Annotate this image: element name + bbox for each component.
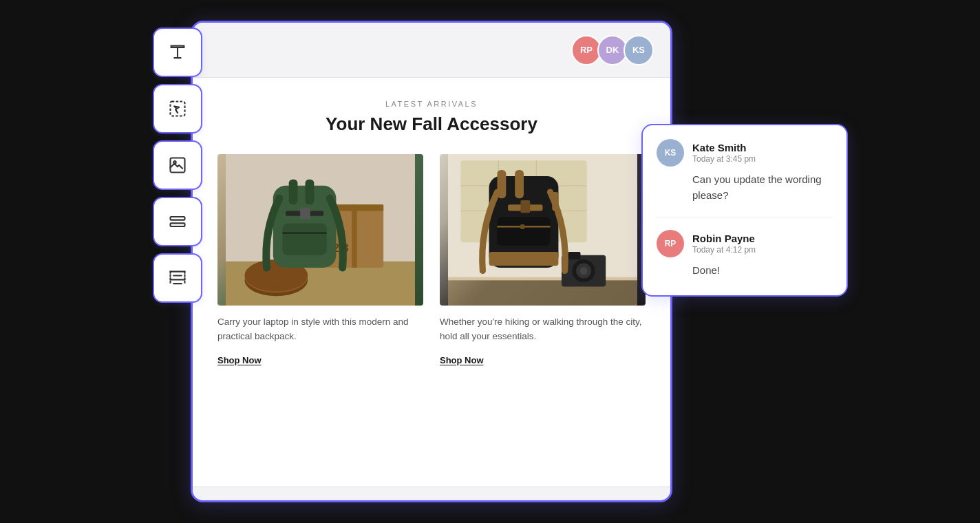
- comment-time-1: Today at 3:45 pm: [692, 154, 756, 164]
- svg-rect-4: [171, 223, 185, 226]
- svg-point-47: [520, 224, 525, 229]
- comment-name-1: Kate Smith: [692, 142, 756, 153]
- canvas-content: LATEST ARRIVALS Your New Fall Accessory: [193, 78, 670, 385]
- layout-icon: [168, 212, 187, 231]
- comment-panel: KS Kate Smith Today at 3:45 pm Can you u…: [641, 124, 848, 297]
- comment-header-1: KS Kate Smith Today at 3:45 pm: [657, 139, 833, 167]
- comment-text-1: Can you update the wording please?: [657, 172, 833, 203]
- product-image-2: [440, 154, 646, 306]
- svg-rect-21: [289, 180, 298, 205]
- comment-header-2: RP Robin Payne Today at 4:12 pm: [657, 230, 833, 257]
- tag-label: LATEST ARRIVALS: [217, 100, 646, 108]
- svg-rect-45: [498, 217, 551, 246]
- product-card-1: 2/3: [217, 154, 423, 366]
- svg-rect-24: [300, 208, 310, 220]
- comment-text-2: Done!: [657, 263, 833, 279]
- comment-name-2: Robin Payne: [692, 233, 756, 244]
- products-grid: 2/3: [217, 154, 646, 366]
- canvas-header: RP DK KS: [193, 23, 670, 78]
- comment-item-1: KS Kate Smith Today at 3:45 pm Can you u…: [657, 139, 833, 203]
- product-desc-1: Carry your laptop in style with this mod…: [217, 315, 423, 344]
- svg-rect-44: [520, 200, 530, 213]
- comment-meta-1: Kate Smith Today at 3:45 pm: [692, 142, 756, 164]
- image-icon: [168, 156, 187, 175]
- text-icon: [168, 43, 187, 62]
- comment-divider: [657, 217, 833, 217]
- svg-rect-3: [171, 217, 185, 220]
- image-tool-button[interactable]: [153, 140, 202, 190]
- svg-rect-25: [283, 224, 327, 255]
- svg-rect-42: [489, 252, 559, 266]
- comment-avatar-rp: RP: [657, 230, 684, 257]
- product-desc-2: Whether you're hiking or walking through…: [440, 315, 646, 344]
- email-canvas: RP DK KS LATEST ARRIVALS Your New Fall A…: [191, 21, 672, 502]
- align-icon: [168, 268, 187, 288]
- product-card-2: Whether you're hiking or walking through…: [440, 154, 646, 366]
- shop-now-button-1[interactable]: Shop Now: [217, 355, 262, 365]
- main-title: Your New Fall Accessory: [217, 114, 646, 135]
- svg-rect-0: [171, 102, 185, 116]
- svg-rect-41: [515, 170, 524, 198]
- svg-rect-33: [448, 277, 637, 306]
- select-icon: [168, 99, 187, 118]
- layout-tool-button[interactable]: [153, 197, 202, 246]
- comment-time-2: Today at 4:12 pm: [692, 245, 756, 255]
- select-tool-button[interactable]: [153, 84, 202, 134]
- svg-rect-22: [306, 180, 315, 205]
- svg-rect-48: [552, 192, 558, 211]
- text-tool-button[interactable]: [153, 28, 202, 77]
- collaborators: RP DK KS: [575, 35, 654, 65]
- svg-rect-15: [352, 204, 356, 268]
- canvas-footer: [193, 487, 670, 500]
- align-tool-button[interactable]: [153, 253, 202, 303]
- toolbar: [153, 28, 202, 303]
- avatar-ks: KS: [624, 35, 654, 65]
- comment-item-2: RP Robin Payne Today at 4:12 pm Done!: [657, 230, 833, 279]
- product-image-1: 2/3: [217, 154, 423, 306]
- comment-avatar-ks: KS: [657, 139, 684, 167]
- svg-rect-35: [568, 252, 580, 259]
- shop-now-button-2[interactable]: Shop Now: [440, 355, 484, 365]
- svg-point-38: [580, 267, 588, 275]
- comment-meta-2: Robin Payne Today at 4:12 pm: [692, 233, 756, 255]
